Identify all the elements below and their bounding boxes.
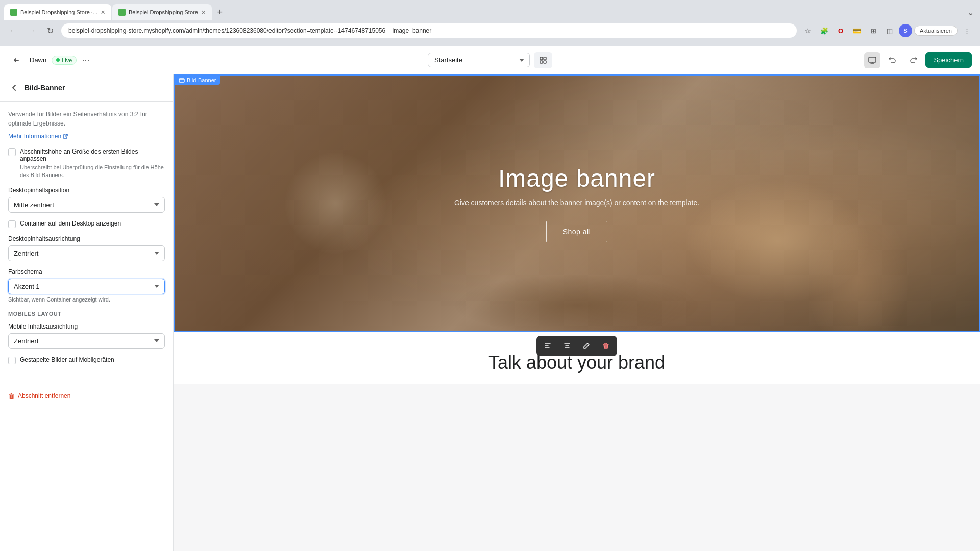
delete-section-label: Abschnitt entfernen [18, 392, 70, 399]
desktop-align-label: Desktopinhaltsausrichtung [8, 235, 165, 242]
tab-2[interactable]: Beispiel Dropshipping Store ✕ [112, 4, 212, 20]
checkbox-1-sub-label: Überschreibt bei Überprüfung die Einstel… [20, 164, 165, 180]
float-edit-button[interactable] [577, 338, 596, 354]
sidebar-header: Bild-Banner [0, 74, 173, 102]
wallet-button[interactable]: 💳 [850, 23, 864, 38]
tab-manager-button[interactable]: ⊞ [866, 23, 880, 38]
reload-button[interactable]: ↻ [43, 23, 57, 38]
svg-rect-1 [119, 10, 125, 15]
checkbox-3-labels: Gestapelte Bilder auf Mobilgeräten [20, 356, 165, 363]
banner-image: Image banner Give customers details abou… [175, 76, 979, 331]
float-align-center-button[interactable] [558, 338, 576, 354]
delete-icon [602, 342, 609, 349]
svg-rect-0 [11, 10, 16, 15]
checkbox-3[interactable] [8, 357, 16, 364]
tab-1-close[interactable]: ✕ [101, 9, 105, 16]
banner-content: Image banner Give customers details abou… [454, 164, 699, 242]
edit-icon [583, 342, 590, 349]
float-align-left-button[interactable] [538, 338, 557, 354]
svg-rect-3 [544, 57, 546, 60]
checkbox-2[interactable] [8, 220, 16, 228]
theme-name: Dawn [30, 56, 46, 64]
desktop-position-label: Desktopinhaltsposition [8, 187, 165, 194]
live-dot [56, 58, 60, 62]
desktop-align-group: Desktopinhaltsausrichtung Zentriert Link… [8, 235, 165, 261]
banner-cta-button[interactable]: Shop all [546, 221, 608, 242]
checkbox-1[interactable] [8, 148, 16, 156]
svg-rect-5 [544, 61, 546, 63]
float-delete-button[interactable] [597, 338, 615, 354]
aktualisieren-button[interactable]: Aktualisieren [914, 26, 958, 36]
customize-view-button[interactable] [534, 52, 552, 68]
toolbar-left: Dawn Live ··· [8, 52, 422, 68]
banner-subtitle: Give customers details about the banner … [454, 198, 699, 207]
redo-button[interactable] [905, 52, 921, 68]
banner-title: Image banner [454, 164, 699, 192]
page-select[interactable]: StartseiteProdukteKollektionenKontakt [428, 53, 530, 67]
sidebar-intro-text: Verwende für Bilder ein Seitenverhältnis… [8, 110, 165, 128]
new-tab-button[interactable]: + [213, 5, 227, 19]
banner-icon [179, 77, 185, 83]
color-scheme-select[interactable]: Akzent 1 Akzent 2 Hintergrund 1 Hintergr… [8, 279, 165, 294]
mobile-align-select[interactable]: Zentriert Links Rechts [8, 333, 165, 349]
floating-toolbar [536, 336, 617, 356]
mobile-layout-section: MOBILES LAYOUT Mobile Inhaltsausrichtung… [8, 311, 165, 364]
split-button[interactable]: ◫ [883, 23, 897, 38]
desktop-align-select[interactable]: Zentriert Links Rechts [8, 245, 165, 261]
checkbox-group-3: Gestapelte Bilder auf Mobilgeräten [8, 356, 165, 364]
svg-rect-4 [540, 61, 543, 63]
mehr-info-link[interactable]: Mehr Informationen [8, 133, 68, 140]
minimize-button[interactable]: ⌄ [965, 6, 976, 19]
tab-2-favicon [118, 9, 126, 16]
checkbox-1-labels: Abschnittshöhe an Größe des ersten Bilde… [20, 148, 165, 180]
toolbar-back-button[interactable] [8, 52, 24, 68]
more-options-button[interactable]: ⋮ [960, 23, 974, 38]
mehr-info-label: Mehr Informationen [8, 133, 61, 140]
desktop-position-group: Desktopinhaltsposition Mitte zentriert L… [8, 187, 165, 213]
sidebar: Bild-Banner Verwende für Bilder ein Seit… [0, 74, 174, 551]
svg-rect-2 [540, 57, 543, 60]
address-input[interactable] [61, 23, 797, 38]
checkbox-group-1: Abschnittshöhe an Größe des ersten Bilde… [8, 148, 165, 180]
tab-1-title: Beispiel Dropshipping Store ·... [20, 9, 97, 15]
tab-1-favicon [10, 9, 17, 16]
delete-section-button[interactable]: 🗑 Abschnitt entfernen [8, 392, 70, 400]
tab-2-close[interactable]: ✕ [201, 9, 206, 16]
mobile-layout-title: MOBILES LAYOUT [8, 311, 165, 317]
tab-1[interactable]: Beispiel Dropshipping Store ·... ✕ [4, 4, 111, 20]
app-toolbar: Dawn Live ··· StartseiteProdukteKollekti… [0, 46, 980, 74]
color-scheme-hint: Sichtbar, wenn Container angezeigt wird. [8, 296, 165, 303]
sidebar-footer: 🗑 Abschnitt entfernen [0, 384, 173, 408]
forward-button[interactable]: → [24, 23, 39, 38]
svg-rect-7 [179, 79, 184, 82]
desktop-position-select[interactable]: Mitte zentriert Links oben Mitte links [8, 197, 165, 213]
banner-section-label: Bild-Banner [175, 76, 220, 85]
extensions-button[interactable]: 🧩 [817, 23, 831, 38]
color-scheme-group: Farbschema Akzent 1 Akzent 2 Hintergrund… [8, 268, 165, 303]
checkbox-2-main-label: Container auf dem Desktop anzeigen [20, 220, 165, 227]
undo-button[interactable] [885, 52, 901, 68]
opera-button[interactable]: O [834, 23, 848, 38]
mobile-align-label: Mobile Inhaltsausrichtung [8, 323, 165, 330]
toolbar-right: Speichern [558, 52, 972, 68]
tab-2-title: Beispiel Dropshipping Store [129, 9, 198, 15]
sidebar-back-button[interactable] [8, 82, 20, 94]
back-button[interactable]: ← [6, 23, 20, 38]
banner-section[interactable]: Bild-Banner Image banner Give customers … [174, 74, 980, 332]
toolbar-more-button[interactable]: ··· [82, 55, 89, 65]
align-left-icon [544, 342, 551, 349]
browser-actions: ☆ 🧩 O 💳 ⊞ ◫ S Aktualisieren ⋮ [801, 23, 974, 38]
banner-section-label-text: Bild-Banner [187, 77, 216, 83]
bookmark-button[interactable]: ☆ [801, 23, 815, 38]
save-button[interactable]: Speichern [925, 52, 972, 68]
sidebar-body: Verwende für Bilder ein Seitenverhältnis… [0, 102, 173, 380]
sidebar-title: Bild-Banner [24, 84, 65, 92]
live-badge: Live [52, 56, 77, 65]
external-link-icon [63, 134, 68, 139]
main-content: Bild-Banner Verwende für Bilder ein Seit… [0, 74, 980, 551]
profile-avatar[interactable]: S [899, 24, 912, 37]
checkbox-3-main-label: Gestapelte Bilder auf Mobilgeräten [20, 356, 165, 363]
desktop-view-button[interactable] [864, 52, 880, 68]
mobile-align-group: Mobile Inhaltsausrichtung Zentriert Link… [8, 323, 165, 349]
checkbox-1-main-label: Abschnittshöhe an Größe des ersten Bilde… [20, 148, 165, 162]
